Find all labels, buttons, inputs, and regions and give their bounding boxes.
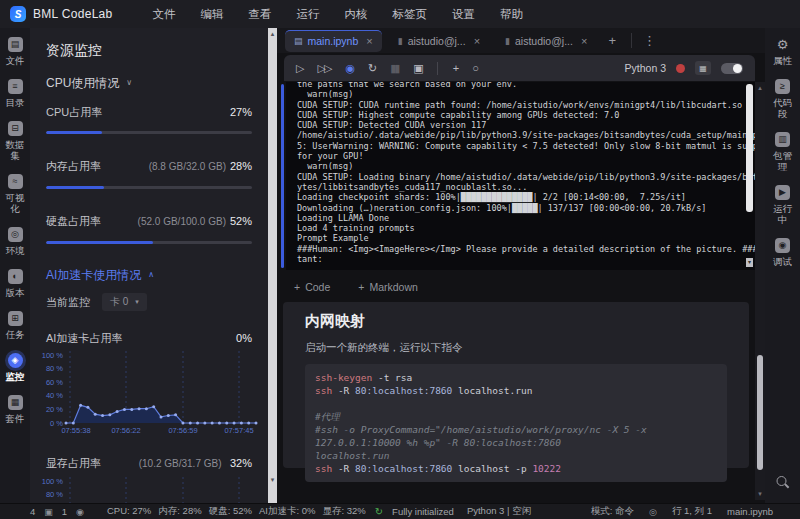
- sidebar-item-suite[interactable]: ▦套件: [1, 395, 29, 432]
- notebook-scrollbar[interactable]: ▴ ▾: [755, 82, 765, 500]
- sidebar-item-files[interactable]: ▤文件: [1, 37, 29, 74]
- menu-items: 文件编辑查看运行内核标签页设置帮助: [153, 7, 524, 22]
- restart-run-button[interactable]: ◉: [345, 63, 353, 74]
- sidebar-item-tasks[interactable]: ⊞任务: [1, 311, 29, 348]
- sidebar-item-debug[interactable]: ◉调试: [769, 238, 797, 275]
- close-icon[interactable]: ×: [366, 35, 372, 47]
- main-body: ▤文件≡目录⊟数据集≈可视化◎环境◐版本⊞任务◈监控▦套件 资源监控 CPU使用…: [0, 28, 800, 503]
- usage-detail: (8.8 GB/32.0 GB): [149, 161, 226, 172]
- notebook-area: ▤main.ipynb×▮aistudio@j...×▮aistudio@j..…: [277, 28, 765, 503]
- sidebar-item-monitor[interactable]: ◈监控: [1, 353, 29, 390]
- panel-scrollbar[interactable]: ▴ ▾: [268, 28, 277, 503]
- add-markdown-cell-button[interactable]: +Markdown: [358, 281, 418, 293]
- sidebar-item-running[interactable]: ▶运行中: [769, 185, 797, 233]
- resource-metrics: CPU: 27%内存: 28%硬盘: 52%AI加速卡: 0%显存: 32%: [107, 505, 366, 518]
- shield-icon[interactable]: ◎: [649, 507, 657, 517]
- ai-section-header[interactable]: AI加速卡使用情况 ∧: [46, 268, 252, 282]
- kernel-icon: ◉: [76, 507, 84, 517]
- menu-tabs[interactable]: 标签页: [393, 7, 428, 22]
- sidebar-item-package-manager[interactable]: ▥包管理: [769, 132, 797, 180]
- terminal-line: the paths that we search based on your e…: [297, 82, 739, 89]
- terminal-line: Loading LLAMA Done: [297, 213, 739, 223]
- scroll-down-icon[interactable]: ▾: [755, 489, 765, 499]
- vram-usage-chart: 100 %80 %60 %: [36, 473, 252, 503]
- cpu-section-header[interactable]: CPU使用情况 ∨: [46, 76, 252, 90]
- environment-icon: ◎: [8, 227, 23, 242]
- code-line: ssh -R 80:localhost:7860 localhost -p 10…: [315, 462, 717, 475]
- tab-terminal-1[interactable]: ▮aistudio@j...×: [389, 30, 489, 51]
- notebook-scrollbar-thumb[interactable]: [757, 355, 763, 470]
- output-scrollbar[interactable]: ▾: [746, 84, 753, 267]
- scroll-down-icon[interactable]: ▾: [746, 258, 753, 267]
- keyboard-icon[interactable]: ▦: [695, 61, 711, 75]
- folder-icon: ▤: [8, 37, 23, 52]
- sidebar-item-visualization[interactable]: ≈可视化: [1, 174, 29, 222]
- run-button[interactable]: ▷: [296, 63, 302, 74]
- resource-row-cpu: CPU占用率27%: [46, 104, 252, 134]
- new-tab-button[interactable]: +: [603, 33, 621, 48]
- sidebar-item-outline[interactable]: ≡目录: [1, 79, 29, 116]
- resource-usage-rows: CPU占用率27%内存占用率(8.8 GB/32.0 GB)28%硬盘占用率(5…: [46, 104, 252, 244]
- close-icon[interactable]: ×: [474, 35, 480, 47]
- menu-edit[interactable]: 编辑: [201, 7, 224, 22]
- notebook-toolbar: ▷▷▷◉↻▮▮▣+○ Python 3 ▦: [284, 55, 755, 81]
- close-icon[interactable]: ×: [581, 35, 587, 47]
- restart-kernel-button[interactable]: ↻: [368, 63, 375, 74]
- kernel-name[interactable]: Python 3: [625, 62, 666, 74]
- markdown-cell[interactable]: 内网映射 启动一个新的终端，运行以下指令 ssh-keygen -t rsass…: [283, 302, 749, 468]
- active-filename: main.ipynb: [727, 506, 773, 517]
- sidebar-item-label: 调试: [769, 256, 797, 267]
- menu-kernel[interactable]: 内核: [345, 7, 368, 22]
- tab-main-ipynb[interactable]: ▤main.ipynb×: [285, 30, 382, 52]
- terminal-line: CUDA SETUP: Loading binary /home/aistudi…: [297, 172, 739, 182]
- progress-bar: [46, 131, 252, 134]
- gear-icon: ⚙: [775, 37, 790, 52]
- search-icon[interactable]: [776, 476, 789, 489]
- scroll-down-icon[interactable]: ▾: [268, 475, 277, 485]
- editor-mode[interactable]: 模式: 命令: [591, 505, 634, 518]
- add-cell-button[interactable]: +: [453, 63, 457, 74]
- toolbar-right: Python 3 ▦: [625, 61, 743, 75]
- bml-logo-icon: S: [10, 6, 26, 22]
- usage-label: CPU占用率: [46, 105, 102, 119]
- menu-file[interactable]: 文件: [153, 7, 176, 22]
- terminal-icon: ▮: [505, 36, 510, 46]
- active-cell-indicator[interactable]: [281, 84, 284, 268]
- interrupt-button[interactable]: ▮▮: [390, 63, 398, 74]
- save-notebook-button[interactable]: ▣: [413, 63, 421, 74]
- markdown-paragraph: 启动一个新的终端，运行以下指令: [305, 341, 727, 355]
- menu-settings[interactable]: 设置: [452, 7, 475, 22]
- sidebar-item-version[interactable]: ◐版本: [1, 269, 29, 306]
- tab-menu-button[interactable]: ⋮: [631, 33, 661, 48]
- toggle-switch[interactable]: [721, 63, 743, 74]
- output-scrollbar-thumb[interactable]: [746, 84, 753, 212]
- sidebar-item-environment[interactable]: ◎环境: [1, 227, 29, 264]
- scroll-up-icon[interactable]: ▴: [268, 29, 277, 39]
- terminal-line: CUDA SETUP: CUDA runtime path found: /ho…: [297, 100, 739, 110]
- terminal-line: Load 4 training prompts: [297, 223, 739, 233]
- ai-usage-label: AI加速卡占用率: [46, 331, 122, 345]
- record-button[interactable]: ○: [472, 63, 477, 74]
- menu-view[interactable]: 查看: [249, 7, 272, 22]
- cursor-position[interactable]: 行 1, 列 1: [672, 505, 712, 518]
- svg-text:20 %: 20 %: [46, 405, 63, 414]
- code-line: #ssh -o ProxyCommand="/home/aistudio/wor…: [315, 423, 717, 449]
- card-select-dropdown[interactable]: 卡 0 ▾: [102, 293, 147, 311]
- terminal-icon: ▮: [398, 36, 403, 46]
- version-icon: ◐: [8, 269, 23, 284]
- menu-help[interactable]: 帮助: [500, 7, 523, 22]
- scroll-up-icon[interactable]: ▴: [755, 83, 765, 93]
- terminals-count[interactable]: 4: [30, 506, 35, 517]
- menu-run[interactable]: 运行: [297, 7, 320, 22]
- add-code-cell-button[interactable]: +Code: [294, 281, 330, 293]
- sidebar-item-properties[interactable]: ⚙属性: [769, 37, 797, 74]
- code-snippet-icon: ≥: [775, 79, 790, 94]
- kernels-count[interactable]: 1: [62, 506, 67, 517]
- sidebar-item-code-snippets[interactable]: ≥代码段: [769, 79, 797, 127]
- sidebar-item-dataset[interactable]: ⊟数据集: [1, 121, 29, 169]
- vram-usage-row: 显存占用率 (10.2 GB/31.7 GB) 32%: [46, 455, 252, 471]
- kernel-status[interactable]: Python 3 | 空闲: [467, 505, 531, 518]
- run-all-button[interactable]: ▷▷: [317, 63, 330, 74]
- tab-terminal-2[interactable]: ▮aistudio@j...×: [496, 30, 596, 51]
- cell-output-terminal[interactable]: the paths that we search based on your e…: [286, 82, 755, 270]
